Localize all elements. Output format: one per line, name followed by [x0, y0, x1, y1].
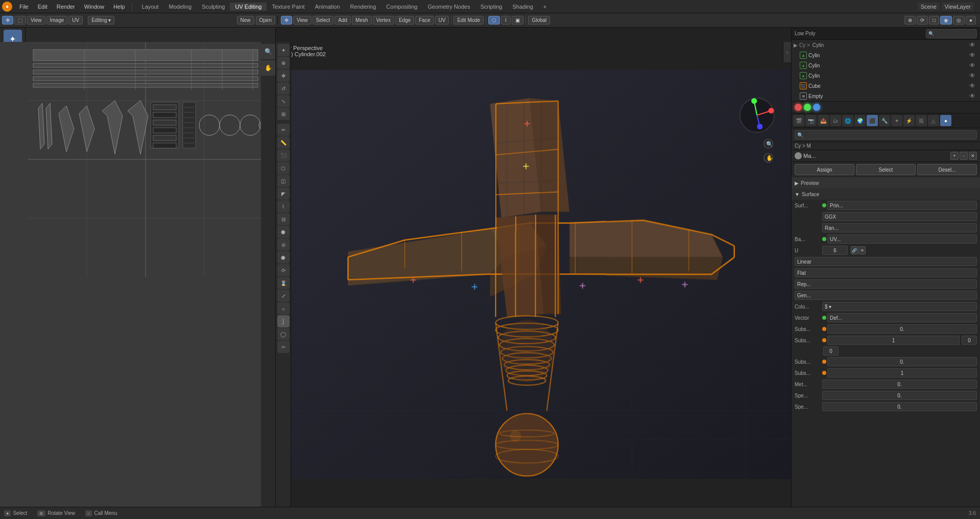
- assign-button[interactable]: Assign: [795, 164, 854, 175]
- outliner-item-empty[interactable]: ⊕ Empty 👁: [792, 91, 980, 101]
- props-view-layer-icon[interactable]: 🗂: [830, 115, 841, 126]
- v-extrude[interactable]: ⬡: [277, 162, 290, 174]
- visibility-eye-empty[interactable]: 👁: [969, 92, 976, 100]
- scene-name[interactable]: Scene: [918, 3, 940, 11]
- v-select-tool[interactable]: ✦: [277, 44, 290, 56]
- props-constraints-icon[interactable]: ⛓: [916, 115, 927, 126]
- ggx-dropdown[interactable]: GGX: [822, 212, 977, 221]
- uv-hand[interactable]: ✋: [259, 60, 275, 76]
- visibility-eye-2[interactable]: 👁: [969, 72, 976, 79]
- vert-select-mode[interactable]: ⬡: [488, 16, 500, 25]
- visibility-eye-cube[interactable]: 👁: [969, 82, 976, 89]
- viewport-edge-btn[interactable]: Edge: [395, 16, 414, 25]
- global-dropdown[interactable]: Global: [528, 16, 550, 25]
- menu-help[interactable]: Help: [109, 3, 129, 11]
- met-val[interactable]: 0.: [822, 380, 977, 389]
- preview-section-header[interactable]: ▶ Preview: [792, 177, 980, 188]
- v-annotate[interactable]: ✏: [277, 124, 290, 136]
- viewport-vertex-btn[interactable]: Vertex: [373, 16, 394, 25]
- flat-dropdown[interactable]: Flat: [795, 268, 977, 277]
- u-link-btn[interactable]: 🔗: [851, 246, 858, 254]
- surface-section-header[interactable]: ▼ Surface: [792, 188, 980, 200]
- uv-select-tool[interactable]: ⬚: [14, 16, 26, 25]
- rep-dropdown[interactable]: Rep...: [795, 279, 977, 289]
- subs-val-1[interactable]: 0.: [827, 324, 977, 334]
- ba-value[interactable]: UV...: [827, 234, 977, 244]
- v-inset[interactable]: ◫: [277, 175, 290, 187]
- ran-dropdown[interactable]: Ran...: [822, 223, 977, 232]
- material-minus-btn[interactable]: -: [960, 152, 968, 160]
- v-to-sphere[interactable]: ◯: [277, 328, 290, 340]
- visibility-eye-1[interactable]: 👁: [969, 62, 976, 69]
- props-scene-icon[interactable]: 🎬: [793, 115, 804, 126]
- face-select-mode[interactable]: ▣: [512, 16, 523, 25]
- v-knife[interactable]: ⬢: [277, 226, 290, 238]
- tab-compositing[interactable]: Compositing: [381, 3, 422, 11]
- v-bevel[interactable]: ◤: [277, 187, 290, 200]
- viewport-mesh-btn[interactable]: Mesh: [352, 16, 371, 25]
- material-link-btn[interactable]: +: [950, 152, 959, 160]
- outliner-collection-root[interactable]: ▶ Cy > Cylin 👁: [792, 40, 980, 50]
- edge-select-mode[interactable]: ⌇: [501, 16, 511, 25]
- uv-new-btn[interactable]: New: [237, 16, 254, 25]
- uv-image-btn[interactable]: Image: [46, 16, 68, 25]
- tab-scripting[interactable]: Scripting: [475, 3, 508, 11]
- v-move-tool[interactable]: ✥: [277, 69, 290, 82]
- v-poly-build[interactable]: ⬟: [277, 251, 290, 264]
- v-shrink-fatten[interactable]: ⟐: [277, 302, 290, 315]
- uv-mode-dropdown[interactable]: Editing ▾: [88, 16, 114, 25]
- uv-cursor-tool[interactable]: ✥: [2, 16, 13, 25]
- material-x-btn[interactable]: ✕: [969, 152, 977, 160]
- gen-dropdown[interactable]: Gen...: [795, 291, 977, 300]
- tab-uv-editing[interactable]: UV Editing: [230, 3, 267, 11]
- v-offset-edge[interactable]: ⊟: [277, 213, 290, 225]
- tab-rendering[interactable]: Rendering: [345, 3, 381, 11]
- u-num-input[interactable]: 6: [822, 246, 848, 255]
- tab-layout[interactable]: Layout: [137, 3, 164, 11]
- v-scale-tool[interactable]: ⤡: [277, 95, 290, 107]
- uv-uv-btn[interactable]: UV: [68, 16, 83, 25]
- view-layer-name[interactable]: ViewLayer: [942, 3, 974, 11]
- uv-view-btn[interactable]: View: [27, 16, 45, 25]
- uv-viewport[interactable]: ! 🔍 ✋: [0, 42, 275, 507]
- menu-edit[interactable]: Edit: [34, 3, 52, 11]
- outliner-item-0[interactable]: ▲ Cylin 👁: [792, 50, 980, 60]
- menu-render[interactable]: Render: [53, 3, 79, 11]
- props-scene-data-icon[interactable]: 🌐: [842, 115, 853, 126]
- viewport-view-btn[interactable]: View: [293, 16, 312, 25]
- visibility-icon-0[interactable]: 👁: [969, 41, 976, 49]
- subs-val-3[interactable]: 0.: [827, 357, 977, 366]
- v-edge-slide[interactable]: ⤢: [277, 290, 290, 302]
- props-world-icon[interactable]: 🌍: [854, 115, 866, 126]
- vector-value[interactable]: Def...: [827, 313, 977, 322]
- n-panel-toggle[interactable]: ›: [783, 42, 791, 62]
- color-dropdown[interactable]: $ ▾: [822, 302, 977, 311]
- v-transform-tool[interactable]: ⊞: [277, 108, 290, 120]
- surf-value[interactable]: Prin...: [827, 201, 977, 210]
- v-rotate-tool[interactable]: ↺: [277, 82, 290, 95]
- viewport-uv-btn[interactable]: UV: [435, 16, 449, 25]
- tab-geometry-nodes[interactable]: Geometry Nodes: [422, 3, 475, 11]
- props-modifier-icon[interactable]: 🔧: [879, 115, 890, 126]
- shading-render-btn[interactable]: ●: [966, 16, 976, 25]
- outliner-item-1[interactable]: ▲ Cylin 👁: [792, 60, 980, 70]
- u-x-btn[interactable]: ✕: [858, 246, 866, 254]
- viewport-cursor-btn[interactable]: ✥: [281, 16, 292, 25]
- deselect-button[interactable]: Desel...: [917, 164, 977, 175]
- viewport-3d[interactable]: User Perspective (175) Cylinder.002 ✦ ⊕ …: [276, 28, 791, 507]
- menu-window[interactable]: Window: [80, 3, 108, 11]
- linear-dropdown[interactable]: Linear: [795, 257, 977, 266]
- shading-wire-btn[interactable]: □: [929, 16, 939, 25]
- v-measure[interactable]: 📏: [277, 136, 290, 149]
- gizmo-btn[interactable]: ⟳: [917, 16, 928, 25]
- props-material-icon[interactable]: ●: [940, 115, 951, 126]
- uv-open-btn[interactable]: Open: [256, 16, 275, 25]
- v-add-cube[interactable]: ⬛: [277, 149, 290, 161]
- tab-texture-paint[interactable]: Texture Paint: [267, 3, 309, 11]
- menu-file[interactable]: File: [15, 3, 33, 11]
- subs-val-4b[interactable]: 1: [827, 368, 977, 378]
- v-cursor-tool[interactable]: ⊕: [277, 57, 290, 69]
- props-particles-icon[interactable]: ✦: [891, 115, 902, 126]
- v-smooth[interactable]: ⌛: [277, 277, 290, 289]
- v-shear[interactable]: ⎭: [277, 315, 290, 327]
